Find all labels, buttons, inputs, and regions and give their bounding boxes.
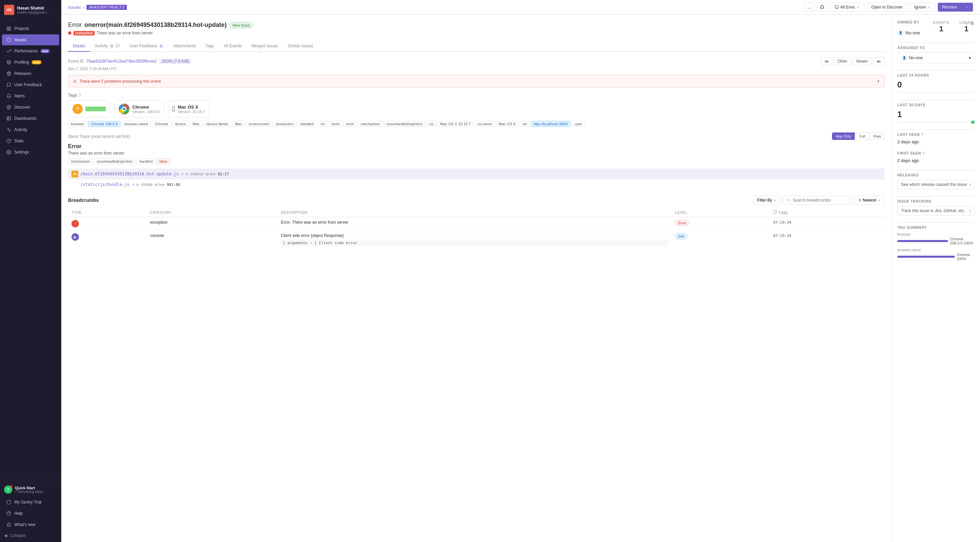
tag-pill[interactable]: Mac OS X 10.15.7 bbox=[437, 121, 473, 127]
sidebar-item-discover[interactable]: Discover bbox=[2, 102, 59, 113]
tab-all-events[interactable]: All Events bbox=[219, 41, 247, 52]
sidebar-item-performance[interactable]: Performance new bbox=[2, 46, 59, 56]
sidebar-item-dashboards[interactable]: Dashboards bbox=[2, 113, 59, 124]
tab-attachments[interactable]: Attachments bbox=[169, 41, 201, 52]
tag-pill[interactable]: user bbox=[572, 121, 585, 127]
tag-pill[interactable]: os bbox=[427, 121, 436, 127]
sidebar-item-help[interactable]: Help bbox=[2, 508, 59, 519]
svg-rect-2 bbox=[7, 29, 8, 30]
tag-pill[interactable]: device bbox=[172, 121, 189, 127]
first-event-button[interactable]: ⏮ bbox=[821, 57, 832, 65]
notifications-button[interactable] bbox=[817, 3, 827, 11]
external-link-icon[interactable]: ↗ bbox=[132, 183, 134, 187]
tag-summary-item: browser Chrome 108.0.0 100% bbox=[897, 232, 975, 245]
tag-pill[interactable]: Mac bbox=[190, 121, 202, 127]
tag-pill[interactable]: device.family bbox=[204, 121, 231, 127]
sidebar-item-settings[interactable]: Settings bbox=[2, 147, 59, 158]
tag-pills: browserChrome 108.0.0browser.nameChromed… bbox=[68, 121, 885, 127]
bc-level-cell: Error bbox=[672, 217, 770, 231]
tag-pill[interactable]: level bbox=[329, 121, 342, 127]
tag-pill[interactable]: browser bbox=[68, 121, 87, 127]
chevron-right-icon: › bbox=[969, 182, 971, 187]
frame-context: in bbox=[137, 182, 140, 187]
app-only-button[interactable]: App Only bbox=[832, 132, 855, 140]
sidebar-item-stats[interactable]: Stats bbox=[2, 136, 59, 147]
sidebar-item-my-sentry-trial[interactable]: My Sentry Trial bbox=[2, 497, 59, 508]
collapse-button[interactable]: ◀ Collapse bbox=[0, 531, 61, 540]
tag-pill[interactable]: production bbox=[274, 121, 296, 127]
tag-pill[interactable]: onunhandledrejection bbox=[384, 121, 425, 127]
external-link-icon[interactable]: ↗ bbox=[181, 172, 183, 176]
tab-details[interactable]: Details bbox=[68, 41, 90, 52]
last-event-button[interactable]: ⏭ bbox=[873, 57, 885, 65]
tag-pill[interactable]: error bbox=[343, 121, 356, 127]
issue-tracking-link[interactable]: Track this issue in Jira, GitHub, etc. › bbox=[897, 206, 975, 215]
issue-stats: EVENTS 1 USERS 1 bbox=[933, 21, 973, 33]
tag-pill[interactable]: environment bbox=[246, 121, 272, 127]
tag-pill[interactable]: no bbox=[318, 121, 327, 127]
tag-pill[interactable]: handled bbox=[298, 121, 317, 127]
sidebar-item-profiling[interactable]: Profiling beta bbox=[2, 57, 59, 68]
tab-similar-issues[interactable]: Similar Issues bbox=[283, 41, 318, 52]
sidebar-item-label: User Feedback bbox=[14, 82, 42, 87]
sidebar-item-issues[interactable]: Issues bbox=[2, 34, 59, 45]
json-link[interactable]: JSON (7.8 KiB) bbox=[159, 59, 191, 64]
package-icon bbox=[6, 71, 11, 76]
search-input-field[interactable] bbox=[793, 198, 848, 202]
tag-pill[interactable]: Mac OS X bbox=[496, 121, 519, 127]
tag-pill[interactable]: Chrome 108.0.0 bbox=[88, 121, 121, 127]
sidebar-item-activity[interactable]: Activity bbox=[2, 124, 59, 135]
tab-activity[interactable]: Activity 0 bbox=[90, 41, 125, 52]
open-discover-button[interactable]: Open in Discover bbox=[867, 3, 907, 11]
question-card: ? bbox=[68, 100, 110, 118]
tag-pill[interactable]: Mac bbox=[232, 121, 245, 127]
warning-chevron-icon[interactable]: ▾ bbox=[877, 79, 880, 84]
resolve-button[interactable]: Resolve bbox=[938, 3, 961, 11]
col-level: LEVEL bbox=[672, 208, 770, 217]
quick-start[interactable]: 7 Quick Start 7 Remaining tasks bbox=[0, 483, 61, 496]
assigned-to-select[interactable]: 👤 No-one ▾ bbox=[897, 53, 975, 63]
sidebar-item-releases[interactable]: Releases bbox=[2, 68, 59, 79]
last-seen-section: Last Seen ? 2 days ago bbox=[897, 132, 975, 144]
divider bbox=[897, 196, 975, 196]
tag-pill[interactable]: os.name bbox=[475, 121, 495, 127]
breadcrumb-issues[interactable]: Issues bbox=[68, 5, 81, 10]
releases-label: Releases bbox=[897, 173, 975, 177]
sidebar-item-alerts[interactable]: Alerts bbox=[2, 91, 59, 102]
sidebar-item-projects[interactable]: Projects bbox=[2, 23, 59, 34]
frame-path[interactable]: /static/js/bundle.js bbox=[80, 182, 130, 187]
sidebar-item-whats-new[interactable]: What's new bbox=[2, 519, 59, 530]
chevron-left-icon: ◀ bbox=[4, 533, 7, 538]
tab-user-feedback[interactable]: User Feedback 0 bbox=[124, 41, 169, 52]
more-button[interactable]: ... bbox=[804, 3, 814, 11]
search-breadcrumbs-input[interactable] bbox=[783, 196, 851, 205]
tag-pill[interactable]: mechanism bbox=[358, 121, 382, 127]
svg-rect-18 bbox=[835, 6, 838, 8]
tag-pill[interactable]: http://localhost:3000/ bbox=[531, 121, 571, 127]
event-id-label: Event ID bbox=[68, 59, 84, 64]
tag-pill[interactable]: Chrome bbox=[152, 121, 171, 127]
stack-trace-title: Stack Trace (most recent call first) bbox=[68, 134, 130, 139]
releases-link[interactable]: See which release caused this issue › bbox=[897, 180, 975, 189]
ignore-button[interactable]: Ignore bbox=[910, 3, 935, 11]
sidebar-item-user-feedback[interactable]: User Feedback bbox=[2, 79, 59, 90]
tab-tags[interactable]: Tags bbox=[201, 41, 219, 52]
bc-description-cell: Error: There was an error from server bbox=[277, 217, 671, 231]
event-id-link[interactable]: 78ae8209f7be4518ad79be2859f6cee2 bbox=[86, 59, 156, 64]
frame-path[interactable]: /main.6f269495430138b29314.hot-update.js bbox=[80, 172, 179, 176]
tag-pill[interactable]: url bbox=[520, 121, 530, 127]
resolve-dropdown-button[interactable] bbox=[961, 3, 973, 11]
older-button[interactable]: Older bbox=[834, 57, 851, 65]
filter-by-button[interactable]: Filter By bbox=[753, 196, 781, 205]
tag-pill[interactable]: browser.name bbox=[122, 121, 151, 127]
tags-help-icon: ? bbox=[79, 93, 81, 98]
frame-function: onerror bbox=[191, 172, 204, 176]
tab-merged-issues[interactable]: Merged Issues bbox=[247, 41, 283, 52]
raw-button[interactable]: Raw bbox=[870, 132, 885, 140]
env-selector[interactable]: All Envs bbox=[830, 3, 864, 11]
last-30d-section: Last 30 Days 1 bbox=[897, 103, 975, 123]
newer-button[interactable]: Newer bbox=[853, 57, 872, 65]
sort-button[interactable]: Newest bbox=[854, 196, 885, 205]
last-24h-section: Last 24 Hours 0 bbox=[897, 73, 975, 93]
full-button[interactable]: Full bbox=[856, 132, 869, 140]
